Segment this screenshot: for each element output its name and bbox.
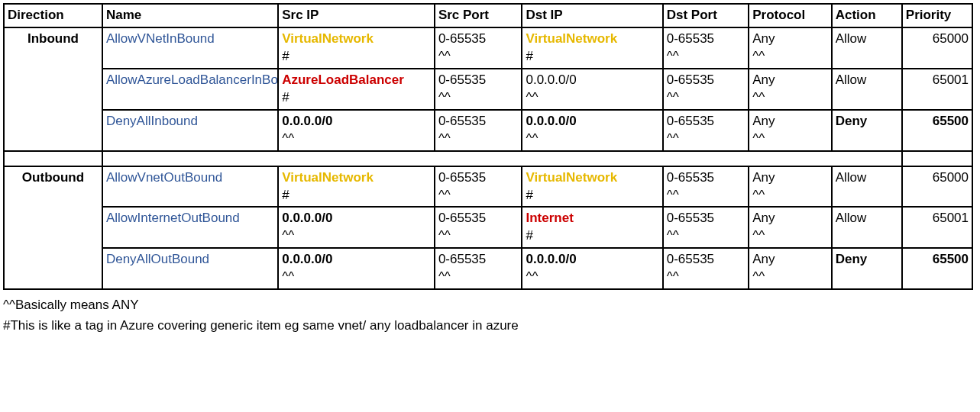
src-port: 0-65535^^	[435, 27, 522, 69]
protocol-note: ^^	[752, 48, 827, 66]
src-port: 0-65535^^	[435, 166, 522, 208]
protocol-note: ^^	[752, 269, 827, 286]
protocol: Any^^	[749, 207, 831, 248]
protocol: Any^^	[749, 166, 831, 208]
dst-ip: 0.0.0.0/0^^	[522, 248, 662, 289]
protocol-value: Any	[752, 113, 827, 130]
rule-name: AllowInternetOutBound	[102, 207, 278, 248]
dst-ip: VirtualNetwork#	[522, 166, 662, 208]
src-port-note: ^^	[438, 48, 519, 66]
src-ip-note: ^^	[282, 227, 431, 245]
protocol-value: Any	[752, 251, 827, 269]
dst-ip-value: Internet	[526, 210, 658, 227]
col-dstip: Dst IP	[522, 4, 662, 27]
dst-ip-note: #	[526, 227, 658, 245]
dst-port-value: 0-65535	[667, 210, 746, 227]
dst-ip-note: #	[526, 48, 658, 66]
priority: 65001	[902, 207, 972, 248]
priority: 65500	[902, 248, 972, 289]
src-port-note: ^^	[438, 269, 519, 286]
table-row: AllowAzureLoadBalancerInBoundAzureLoadBa…	[4, 69, 972, 110]
dst-ip-value: 0.0.0.0/0	[526, 251, 658, 269]
col-action: Action	[832, 4, 902, 27]
src-ip-value: 0.0.0.0/0	[282, 113, 431, 130]
footnotes: ^^Basically means ANY #This is like a ta…	[3, 295, 977, 336]
header-row: Direction Name Src IP Src Port Dst IP Ds…	[4, 4, 972, 27]
src-port-value: 0-65535	[438, 113, 519, 130]
src-port-value: 0-65535	[438, 169, 519, 187]
dst-port-note: ^^	[667, 269, 746, 286]
action: Allow	[832, 27, 902, 69]
src-port-value: 0-65535	[438, 210, 519, 227]
protocol: Any^^	[749, 69, 831, 110]
dst-port: 0-65535^^	[663, 207, 749, 248]
protocol-note: ^^	[752, 227, 827, 245]
priority: 65000	[902, 166, 972, 208]
dst-ip-value: 0.0.0.0/0	[526, 72, 658, 89]
src-ip-value: 0.0.0.0/0	[282, 210, 431, 227]
table-row: DenyAllInbound0.0.0.0/0^^0-65535^^0.0.0.…	[4, 110, 972, 151]
dst-port: 0-65535^^	[663, 110, 749, 151]
action: Allow	[832, 166, 902, 208]
src-port-note: ^^	[438, 187, 519, 204]
src-ip-value: VirtualNetwork	[282, 169, 431, 187]
col-direction: Direction	[4, 4, 102, 27]
rule-name: DenyAllOutBound	[102, 248, 278, 289]
footnote-any: ^^Basically means ANY	[3, 295, 977, 315]
action: Allow	[832, 207, 902, 248]
col-name: Name	[102, 4, 278, 27]
dst-ip-note: ^^	[526, 89, 658, 107]
action: Allow	[832, 69, 902, 110]
table-row: DenyAllOutBound0.0.0.0/0^^0-65535^^0.0.0…	[4, 248, 972, 289]
col-srcip: Src IP	[278, 4, 435, 27]
src-ip-value: 0.0.0.0/0	[282, 251, 431, 269]
protocol: Any^^	[749, 27, 831, 69]
src-ip-note: #	[282, 48, 431, 66]
dst-port-value: 0-65535	[667, 31, 746, 48]
src-port: 0-65535^^	[435, 110, 522, 151]
rule-name: AllowVNetInBound	[102, 27, 278, 69]
rule-name: AllowVnetOutBound	[102, 166, 278, 208]
src-port-note: ^^	[438, 89, 519, 107]
dst-port: 0-65535^^	[663, 248, 749, 289]
src-port-value: 0-65535	[438, 251, 519, 269]
dst-port: 0-65535^^	[663, 27, 749, 69]
dst-port-value: 0-65535	[667, 251, 746, 269]
protocol-note: ^^	[752, 89, 827, 107]
col-protocol: Protocol	[749, 4, 831, 27]
dst-port-note: ^^	[667, 130, 746, 148]
dst-ip: VirtualNetwork#	[522, 27, 662, 69]
src-port-value: 0-65535	[438, 72, 519, 89]
protocol-value: Any	[752, 72, 827, 89]
src-ip-note: #	[282, 89, 431, 107]
section-gap	[4, 151, 972, 166]
dst-port-value: 0-65535	[667, 72, 746, 89]
src-ip-note: ^^	[282, 269, 431, 286]
src-ip: 0.0.0.0/0^^	[278, 110, 435, 151]
src-ip: VirtualNetwork#	[278, 27, 435, 69]
action: Deny	[832, 248, 902, 289]
direction-cell: Outbound	[4, 166, 102, 290]
dst-port-value: 0-65535	[667, 169, 746, 187]
protocol-note: ^^	[752, 130, 827, 148]
dst-ip-value: VirtualNetwork	[526, 169, 658, 187]
dst-port-value: 0-65535	[667, 113, 746, 130]
protocol: Any^^	[749, 248, 831, 289]
src-ip-note: ^^	[282, 130, 431, 148]
protocol-value: Any	[752, 169, 827, 187]
dst-ip: 0.0.0.0/0^^	[522, 110, 662, 151]
protocol-value: Any	[752, 31, 827, 48]
protocol-note: ^^	[752, 187, 827, 204]
action: Deny	[832, 110, 902, 151]
protocol: Any^^	[749, 110, 831, 151]
dst-port-note: ^^	[667, 48, 746, 66]
footnote-tag: #This is like a tag in Azure covering ge…	[3, 315, 977, 336]
dst-ip-note: ^^	[526, 269, 658, 286]
dst-ip-value: VirtualNetwork	[526, 31, 658, 48]
src-port: 0-65535^^	[435, 207, 522, 248]
dst-ip: Internet#	[522, 207, 662, 248]
src-ip: 0.0.0.0/0^^	[278, 248, 435, 289]
priority: 65000	[902, 27, 972, 69]
priority: 65500	[902, 110, 972, 151]
dst-port-note: ^^	[667, 227, 746, 245]
